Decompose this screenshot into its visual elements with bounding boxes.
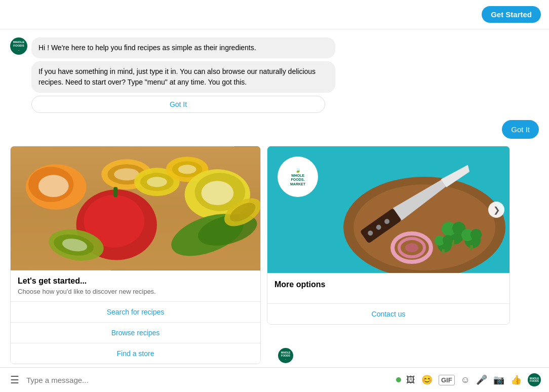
left-card-headline: Let's get started...	[18, 277, 253, 286]
menu-button[interactable]: ☰	[8, 372, 21, 388]
search-recipes-button[interactable]: Search for recipes	[11, 301, 260, 322]
sticker-icon-button[interactable]: ☺	[461, 375, 470, 385]
wf-small-icon: WHOLEFOODS	[528, 373, 541, 386]
toolbar-icons: 🖼 😊 GIF ☺ 🎤 📷 👍 WHOLEFOODS	[406, 373, 541, 386]
svg-point-10	[147, 177, 167, 187]
svg-point-4	[38, 175, 69, 197]
svg-rect-19	[113, 187, 117, 197]
cards-row: Let's get started... Choose how you'd li…	[10, 146, 539, 364]
svg-point-46	[443, 235, 453, 245]
like-icon-button[interactable]: 👍	[511, 374, 522, 385]
user-reply-row: Got It	[10, 120, 539, 139]
wf-logo-leaf: 🍃	[295, 167, 301, 173]
contact-us-button[interactable]: Contact us	[267, 303, 509, 324]
more-options-title: More options	[274, 280, 502, 289]
wf-logo-text: WHOLEFOODS.MARKET	[290, 174, 305, 186]
bot-bubble-2: If you have something in mind, just type…	[31, 61, 335, 93]
chat-area: WHOLEFOODS. Hi ! We're here to help you …	[0, 29, 549, 367]
bot-bubble-1: Hi ! We're here to help you find recipes…	[31, 37, 335, 58]
wf-logo: 🍃 WHOLEFOODS.MARKET	[278, 156, 318, 197]
svg-point-50	[405, 243, 418, 252]
right-card-image: 🍃 WHOLEFOODS.MARKET ❯	[267, 146, 509, 273]
camera-icon-button[interactable]: 📷	[493, 374, 504, 385]
emoji-icon-button[interactable]: 😊	[421, 374, 433, 385]
get-started-button[interactable]: Get Started	[482, 6, 541, 23]
bot-intro-row: WHOLEFOODS. Hi ! We're here to help you …	[10, 37, 539, 113]
svg-rect-43	[470, 245, 473, 250]
browse-recipes-button[interactable]: Browse recipes	[11, 322, 260, 343]
got-it-bot-button[interactable]: Got It	[31, 96, 325, 113]
left-card-body: Let's get started... Choose how you'd li…	[11, 270, 260, 295]
svg-point-16	[201, 181, 233, 205]
bot-messages: Hi ! We're here to help you find recipes…	[31, 37, 335, 113]
chevron-right-icon: ❯	[493, 205, 500, 215]
left-card: Let's get started... Choose how you'd li…	[10, 146, 261, 364]
online-indicator	[396, 377, 401, 382]
top-bar: Get Started	[0, 0, 549, 29]
gif-button[interactable]: GIF	[439, 375, 455, 385]
find-store-button[interactable]: Find a store	[11, 343, 260, 364]
mic-icon-button[interactable]: 🎤	[476, 374, 487, 385]
message-input[interactable]	[26, 374, 391, 386]
bot-avatar-cards: WHOLEFOODS.	[278, 348, 293, 363]
right-card: 🍃 WHOLEFOODS.MARKET ❯ More options Conta…	[267, 146, 510, 325]
bot-avatar: WHOLEFOODS.	[10, 37, 27, 55]
image-icon-button[interactable]: 🖼	[406, 375, 415, 385]
svg-rect-47	[442, 249, 445, 254]
right-card-body: More options	[267, 273, 509, 299]
bottom-bar: ☰ 🖼 😊 GIF ☺ 🎤 📷 👍 WHOLEFOODS	[0, 367, 549, 392]
left-card-subline: Choose how you'd like to discover new re…	[18, 288, 253, 295]
svg-point-42	[470, 229, 482, 240]
svg-point-13	[178, 165, 197, 174]
left-card-image	[11, 146, 260, 270]
next-button[interactable]: ❯	[488, 202, 504, 218]
user-bubble: Got It	[502, 120, 539, 139]
